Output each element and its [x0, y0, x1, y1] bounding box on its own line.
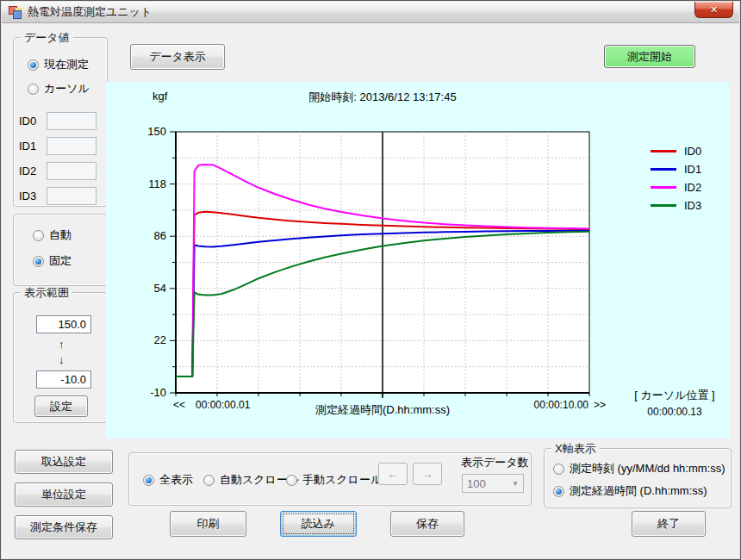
load-button[interactable]: 読込み [280, 511, 357, 537]
chevron-down-icon: ▼ [512, 480, 519, 488]
radio-icon [28, 59, 39, 71]
measurement-chart[interactable] [106, 82, 729, 439]
id1-label: ID1 [19, 140, 36, 152]
range-min-field[interactable]: -10.0 [36, 370, 91, 389]
save-button[interactable]: 保存 [390, 511, 464, 537]
legend-entry-id3: ID3 [651, 196, 701, 215]
cursor-position-caption: [ カーソル位置 ] [621, 388, 728, 403]
start-time-label: 開始時刻: 2013/6/12 13:17:45 [176, 90, 589, 105]
id0-label: ID0 [19, 115, 36, 128]
radio-icon [553, 486, 564, 497]
display-range-group: 表示範囲 150.0 ↑ ↓ -10.0 設定 [13, 292, 108, 423]
y-axis-tick-label: 22 [130, 333, 166, 346]
radio-fixed-scale[interactable]: 固定 [33, 253, 72, 269]
legend-entry-id1: ID1 [651, 160, 701, 178]
scale-mode-group: 自動 固定 [13, 214, 108, 286]
scroll-left-button[interactable]: ← [378, 463, 408, 485]
data-count-label: 表示データ数 [461, 455, 529, 470]
y-axis-tick-label: 54 [130, 282, 166, 295]
unit-label: kgf [153, 90, 167, 103]
chart-panel: kgf 開始時刻: 2013/6/12 13:17:45 15011886542… [106, 82, 729, 439]
display-range-group-title: 表示範囲 [21, 286, 72, 299]
cursor-readout: [ カーソル位置 ] 00:00:00.13 [621, 388, 728, 418]
window-title: 熱電対温度測定ユニット [28, 4, 152, 20]
scroll-mode-group: 全表示 自動スクロール 手動スクロール ← → 表示データ数 100 ▼ [128, 452, 532, 506]
app-window: 熱電対温度測定ユニット ✕ データ表示 測定開始 データ値 現在測定 カーソル … [0, 0, 741, 560]
y-axis-tick-label: 118 [130, 177, 166, 190]
y-axis-tick-label: 150 [130, 125, 166, 138]
id2-value-field[interactable] [47, 162, 97, 180]
radio-measure-time[interactable]: 測定時刻 (yy/MM/dd hh:mm:ss) [553, 461, 725, 476]
range-up-arrow: ↑ [59, 338, 65, 351]
radio-icon [143, 475, 154, 486]
scroll-right-button[interactable]: → [413, 463, 442, 485]
radio-icon [33, 256, 44, 267]
cursor-position-value: 00:00:00.13 [621, 406, 728, 418]
radio-icon [553, 464, 564, 475]
x-axis-display-group: X軸表示 測定時刻 (yy/MM/dd hh:mm:ss) 測定経過時間 (D.… [544, 448, 732, 508]
legend-swatch-id3 [651, 204, 676, 207]
data-value-group: データ値 現在測定 カーソル ID0 ID1 ID2 ID3 [13, 37, 108, 207]
title-bar[interactable]: 熱電対温度測定ユニット ✕ [2, 2, 739, 23]
unit-settings-button[interactable]: 単位設定 [15, 482, 113, 507]
save-conditions-button[interactable]: 測定条件保存 [15, 515, 113, 539]
y-axis-tick-label: -10 [130, 386, 166, 399]
legend-entry-id0: ID0 [651, 142, 701, 160]
id3-label: ID3 [19, 190, 36, 202]
radio-icon [33, 230, 44, 241]
y-axis-tick-label: 86 [130, 229, 166, 242]
radio-auto-scale[interactable]: 自動 [33, 227, 72, 243]
radio-auto-scroll[interactable]: 自動スクロール [203, 472, 299, 488]
x-axis-end-label: 00:00:10.00 [502, 399, 588, 411]
chart-legend: ID0 ID1 ID2 ID3 [651, 142, 701, 215]
print-button[interactable]: 印刷 [170, 511, 246, 537]
data-count-dropdown[interactable]: 100 ▼ [462, 474, 524, 493]
id1-value-field[interactable] [47, 137, 97, 155]
radio-elapsed-time[interactable]: 測定経過時間 (D.hh:mm:ss) [553, 483, 707, 499]
radio-current-measure[interactable]: 現在測定 [28, 57, 89, 72]
id0-value-field[interactable] [47, 112, 97, 130]
x-axis-display-group-title: X軸表示 [551, 442, 600, 455]
range-set-button[interactable]: 設定 [34, 395, 88, 417]
legend-swatch-id2 [651, 186, 676, 189]
radio-show-all[interactable]: 全表示 [143, 472, 193, 488]
scroll-right-control[interactable]: >> [594, 399, 606, 411]
legend-swatch-id0 [651, 150, 676, 152]
capture-settings-button[interactable]: 取込設定 [15, 450, 113, 474]
measure-start-button[interactable]: 測定開始 [604, 45, 695, 68]
data-display-button[interactable]: データ表示 [130, 44, 225, 70]
legend-entry-id2: ID2 [651, 178, 701, 196]
close-button[interactable]: ✕ [694, 2, 733, 18]
radio-icon [203, 475, 215, 486]
id2-label: ID2 [19, 165, 36, 177]
range-down-arrow: ↓ [59, 353, 65, 366]
radio-icon [286, 475, 297, 486]
legend-swatch-id1 [651, 168, 676, 171]
radio-icon [28, 84, 39, 95]
data-value-group-title: データ値 [21, 31, 73, 44]
app-icon [9, 6, 22, 18]
close-icon: ✕ [710, 4, 718, 16]
radio-manual-scroll[interactable]: 手動スクロール [286, 472, 382, 488]
id3-value-field[interactable] [47, 187, 97, 205]
radio-cursor[interactable]: カーソル [28, 81, 90, 96]
range-max-field[interactable]: 150.0 [36, 315, 91, 333]
exit-button[interactable]: 終了 [632, 511, 706, 537]
